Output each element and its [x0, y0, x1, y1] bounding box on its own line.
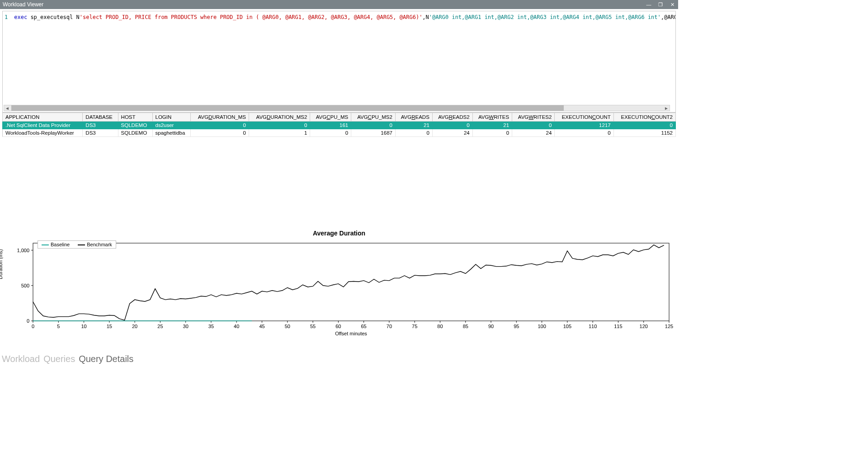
chart-panel: Average Duration BaselineBenchmark Durat…: [2, 230, 676, 340]
sql-proc: sp_executesql: [30, 14, 73, 20]
svg-text:35: 35: [208, 324, 214, 329]
column-header[interactable]: APPLICATION: [3, 113, 83, 122]
column-header[interactable]: AVGDURATION_MS2: [249, 113, 310, 122]
column-header[interactable]: AVGWRITES: [472, 113, 512, 122]
chart-legend: BaselineBenchmark: [38, 240, 116, 249]
titlebar: Workload Viewer — ❐ ✕: [0, 0, 678, 9]
svg-text:15: 15: [107, 324, 112, 329]
svg-text:110: 110: [589, 324, 597, 329]
svg-text:75: 75: [412, 324, 417, 329]
svg-text:25: 25: [157, 324, 163, 329]
svg-text:80: 80: [437, 324, 443, 329]
svg-text:60: 60: [335, 324, 341, 329]
table-row[interactable]: .Net SqlClient Data ProviderDS3SQLDEMOds…: [3, 122, 676, 129]
svg-text:1,000: 1,000: [17, 248, 29, 253]
svg-rect-0: [33, 243, 669, 321]
column-header[interactable]: AVGREADS2: [432, 113, 472, 122]
legend-entry: Baseline: [42, 242, 70, 247]
svg-text:55: 55: [310, 324, 316, 329]
sql-type-string: '@ARG0 int,@ARG1 int,@ARG2 int,@ARG3 int…: [429, 14, 661, 20]
svg-text:500: 500: [21, 283, 29, 288]
line-number: 1: [5, 14, 11, 20]
sql-params: ,@ARG0=870,@ARG1=95417,@ARG2=190199,@ARG…: [661, 14, 676, 20]
svg-text:0: 0: [27, 318, 29, 324]
results-grid[interactable]: APPLICATIONDATABASEHOSTLOGINAVGDURATION_…: [2, 113, 676, 137]
svg-text:10: 10: [81, 324, 86, 329]
close-button[interactable]: ✕: [666, 0, 678, 9]
svg-text:115: 115: [614, 324, 622, 329]
column-header[interactable]: LOGIN: [152, 113, 191, 122]
svg-text:40: 40: [234, 324, 239, 329]
column-header[interactable]: AVGREADS: [395, 113, 432, 122]
svg-text:50: 50: [285, 324, 290, 329]
svg-text:0: 0: [32, 324, 34, 329]
sql-editor[interactable]: 1 exec sp_executesql N'select PROD_ID, P…: [2, 11, 676, 113]
column-header[interactable]: AVGCPU_MS2: [351, 113, 396, 122]
svg-text:100: 100: [538, 324, 546, 329]
svg-text:45: 45: [259, 324, 264, 329]
chart-title: Average Duration: [2, 230, 676, 237]
column-header[interactable]: AVGDURATION_MS: [191, 113, 249, 122]
svg-text:20: 20: [132, 324, 137, 329]
maximize-button[interactable]: ❐: [655, 0, 666, 9]
y-axis-label: Duration (ms): [0, 249, 3, 279]
sql-keyword: exec: [14, 14, 27, 20]
svg-text:70: 70: [387, 324, 392, 329]
svg-text:95: 95: [514, 324, 519, 329]
window-title: Workload Viewer: [3, 1, 43, 8]
svg-text:90: 90: [488, 324, 494, 329]
bottom-tabs: WorkloadQueriesQuery Details: [2, 354, 137, 364]
column-header[interactable]: DATABASE: [83, 113, 118, 122]
horizontal-scrollbar[interactable]: ◄ ►: [4, 105, 670, 111]
column-header[interactable]: EXECUTIONCOUNT: [555, 113, 613, 122]
svg-text:125: 125: [665, 324, 673, 329]
svg-text:30: 30: [183, 324, 189, 329]
svg-text:Offset minutes: Offset minutes: [335, 331, 367, 336]
svg-text:5: 5: [57, 324, 60, 329]
column-header[interactable]: EXECUTIONCOUNT2: [613, 113, 675, 122]
sql-query-string: 'select PROD_ID, PRICE from PRODUCTS whe…: [80, 14, 423, 20]
tab-workload[interactable]: Workload: [2, 354, 40, 364]
svg-text:65: 65: [361, 324, 367, 329]
table-row[interactable]: WorkloadTools-ReplayWorkerDS3SQLDEMOspag…: [3, 129, 676, 137]
svg-text:105: 105: [563, 324, 571, 329]
legend-entry: Benchmark: [78, 242, 112, 247]
minimize-button[interactable]: —: [643, 0, 655, 9]
line-chart[interactable]: 05001,0000510152025303540455055606570758…: [2, 239, 676, 339]
svg-text:120: 120: [640, 324, 648, 329]
tab-queries[interactable]: Queries: [43, 354, 75, 364]
column-header[interactable]: AVGWRITES2: [512, 113, 555, 122]
column-header[interactable]: HOST: [118, 113, 152, 122]
tab-query-details[interactable]: Query Details: [79, 354, 133, 364]
column-header[interactable]: AVGCPU_MS: [310, 113, 351, 122]
svg-text:85: 85: [463, 324, 468, 329]
